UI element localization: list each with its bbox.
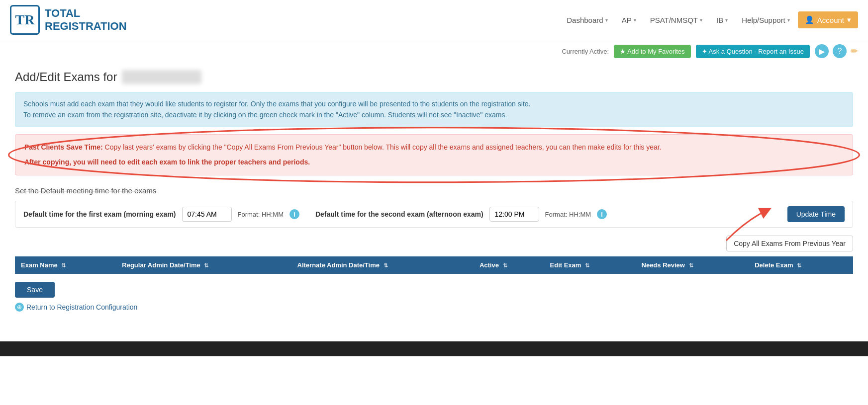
sort-icon-edit-exam[interactable]: ⇅: [585, 262, 589, 268]
exam-table: Exam Name ⇅ Regular Admin Date/Time ⇅ Al…: [15, 256, 853, 274]
account-caret: ▾: [847, 15, 851, 24]
nav-links: Dashboard ▾ AP ▾ PSAT/NMSQT ▾ IB ▾ Help/…: [561, 11, 858, 28]
ask-question-button[interactable]: ✦ Ask a Question - Report an Issue: [696, 45, 810, 58]
psat-caret: ▾: [700, 17, 702, 23]
update-time-button[interactable]: Update Time: [787, 206, 845, 222]
col-edit-exam: Edit Exam ⇅: [544, 256, 636, 274]
play-icon[interactable]: ▶: [815, 44, 829, 58]
sort-icon-delete-exam[interactable]: ⇅: [797, 262, 801, 268]
ap-caret: ▾: [634, 17, 636, 23]
brand-total: TOTAL: [45, 7, 127, 20]
second-exam-time-input[interactable]: [489, 207, 539, 222]
navbar: TR TOTAL REGISTRATION Dashboard ▾ AP ▾ P…: [0, 0, 868, 40]
first-exam-info-icon[interactable]: i: [289, 209, 299, 219]
footer-bar: [0, 341, 868, 356]
second-exam-format-label: Format: HH:MM: [545, 211, 591, 218]
sort-icon-regular-admin[interactable]: ⇅: [204, 262, 208, 268]
col-delete-exam: Delete Exam ⇅: [749, 256, 853, 274]
warning-line-2: After copying, you will need to edit eac…: [24, 157, 844, 168]
bottom-actions: Save ⊕ Return to Registration Configurat…: [15, 282, 853, 312]
warning-box: Past Clients Save Time: Copy last years'…: [15, 134, 853, 176]
first-exam-label: Default time for the first exam (morning…: [23, 210, 176, 218]
nav-psat[interactable]: PSAT/NMSQT ▾: [644, 12, 708, 28]
add-to-favorites-button[interactable]: ★ Add to My Favorites: [614, 45, 691, 58]
warning-bold-text: Past Clients Save Time:: [24, 143, 103, 151]
user-icon: 👤: [805, 15, 814, 24]
col-alternate-admin: Alternate Admin Date/Time ⇅: [291, 256, 474, 274]
utility-bar: Currently Active: ★ Add to My Favorites …: [0, 40, 868, 60]
nav-dashboard[interactable]: Dashboard ▾: [561, 12, 613, 28]
sort-icon-active[interactable]: ⇅: [503, 262, 507, 268]
exam-table-header: Exam Name ⇅ Regular Admin Date/Time ⇅ Al…: [15, 256, 853, 274]
warning-text-2: After copying, you will need to edit eac…: [24, 158, 310, 166]
info-line-1: Schools must add each exam that they wou…: [23, 98, 845, 109]
nav-ap[interactable]: AP ▾: [616, 12, 642, 28]
help-circle-icon[interactable]: ?: [833, 44, 847, 58]
utility-icons: ▶ ? ✏: [815, 44, 858, 58]
time-settings-row: Default time for the first exam (morning…: [15, 201, 853, 228]
info-line-2: To remove an exam from the registration …: [23, 109, 845, 120]
warning-text-1: Copy last years' exams by clicking the "…: [105, 143, 662, 151]
sort-icon-needs-review[interactable]: ⇅: [689, 262, 693, 268]
first-exam-format-label: Format: HH:MM: [238, 211, 284, 218]
logo-box: TR: [10, 5, 40, 35]
nav-help[interactable]: Help/Support ▾: [736, 12, 796, 28]
return-to-configuration-link[interactable]: ⊕ Return to Registration Configuration: [15, 303, 853, 312]
return-link-icon: ⊕: [15, 303, 24, 312]
brand-text: TOTAL REGISTRATION: [45, 7, 127, 33]
ib-caret: ▾: [725, 17, 728, 23]
edit-pencil-icon[interactable]: ✏: [851, 46, 858, 57]
dashboard-caret: ▾: [605, 17, 608, 23]
currently-active-label: Currently Active:: [562, 48, 609, 55]
col-needs-review: Needs Review ⇅: [636, 256, 749, 274]
brand-logo-area: TR TOTAL REGISTRATION: [10, 5, 127, 35]
second-exam-info-icon[interactable]: i: [597, 209, 607, 219]
save-button[interactable]: Save: [15, 282, 55, 298]
copy-exams-row: Copy All Exams From Previous Year: [15, 236, 853, 251]
default-time-section-label: Set the Default meeting time for the exa…: [15, 186, 853, 195]
sort-icon-exam-name[interactable]: ⇅: [61, 262, 66, 268]
page-title: Add/Edit Exams for: [15, 70, 853, 84]
exam-table-header-row: Exam Name ⇅ Regular Admin Date/Time ⇅ Al…: [15, 256, 853, 274]
second-exam-label: Default time for the second exam (aftern…: [315, 210, 483, 218]
col-exam-name: Exam Name ⇅: [15, 256, 116, 274]
info-box: Schools must add each exam that they wou…: [15, 92, 853, 127]
help-caret: ▾: [787, 17, 790, 23]
nav-account[interactable]: 👤 Account ▾: [798, 11, 858, 28]
col-regular-admin: Regular Admin Date/Time ⇅: [116, 256, 291, 274]
main-content: Add/Edit Exams for Schools must add each…: [0, 60, 868, 322]
brand-registration: REGISTRATION: [45, 20, 127, 33]
page-title-school-name: [122, 70, 201, 84]
nav-ib[interactable]: IB ▾: [710, 12, 734, 28]
first-exam-time-input[interactable]: [182, 207, 232, 222]
logo-letters: TR: [15, 12, 35, 28]
col-active: Active ⇅: [474, 256, 544, 274]
sort-icon-alternate-admin[interactable]: ⇅: [384, 262, 388, 268]
copy-all-exams-button[interactable]: Copy All Exams From Previous Year: [726, 236, 853, 251]
warning-line-1: Past Clients Save Time: Copy last years'…: [24, 142, 844, 154]
